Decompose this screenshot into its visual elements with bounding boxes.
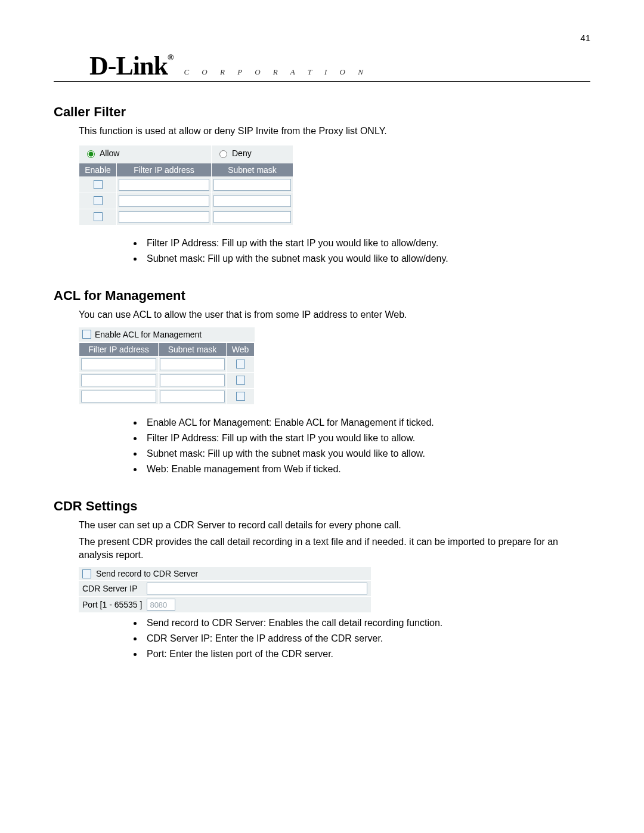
col-subnet-mask: Subnet mask bbox=[212, 163, 293, 176]
page-header: D-Link® C O R P O R A T I O N bbox=[54, 51, 590, 82]
cdr-intro-2: The present CDR provides the call detail… bbox=[79, 535, 590, 561]
filter-ip-input[interactable] bbox=[81, 358, 157, 370]
brand-logo: D-Link® bbox=[89, 51, 173, 81]
cdr-heading: CDR Settings bbox=[54, 498, 590, 514]
subnet-mask-input[interactable] bbox=[213, 195, 292, 207]
header-rule bbox=[54, 81, 590, 82]
caller-filter-bullets: Filter IP Address: Fill up with the star… bbox=[119, 236, 590, 265]
filter-ip-input[interactable] bbox=[119, 211, 209, 223]
subnet-mask-input[interactable] bbox=[213, 179, 292, 191]
cdr-bullets: Send record to CDR Server: Enables the c… bbox=[119, 616, 590, 661]
col-web: Web bbox=[227, 342, 255, 356]
page-number: 41 bbox=[580, 33, 590, 43]
filter-ip-input[interactable] bbox=[81, 391, 157, 402]
list-item: Send record to CDR Server: Enables the c… bbox=[143, 616, 590, 630]
send-cdr-label: Send record to CDR Server bbox=[96, 569, 198, 578]
cdr-ip-label: CDR Server IP bbox=[82, 584, 142, 593]
col-filter-ip: Filter IP address bbox=[117, 163, 212, 176]
subnet-mask-input[interactable] bbox=[160, 374, 224, 386]
table-row bbox=[79, 193, 293, 209]
caller-filter-table: Allow Deny Enable Filter IP address Subn… bbox=[79, 145, 293, 225]
list-item: Filter IP Address: Fill up with the star… bbox=[143, 431, 590, 445]
filter-ip-input[interactable] bbox=[81, 374, 157, 386]
web-checkbox[interactable] bbox=[236, 360, 245, 368]
col-enable: Enable bbox=[79, 163, 117, 176]
enable-acl-label: Enable ACL for Management bbox=[95, 330, 202, 339]
acl-heading: ACL for Management bbox=[54, 288, 590, 304]
list-item: Web: Enable management from Web if ticke… bbox=[143, 462, 590, 476]
list-item: Subnet mask: Fill up with the subnet mas… bbox=[143, 252, 590, 265]
enable-checkbox[interactable] bbox=[94, 196, 103, 205]
cdr-intro-1: The user can set up a CDR Server to reco… bbox=[79, 519, 590, 532]
list-item: Port: Enter the listen port of the CDR s… bbox=[143, 647, 590, 661]
table-row bbox=[79, 372, 255, 388]
cdr-port-input[interactable] bbox=[147, 599, 175, 611]
table-row bbox=[79, 388, 255, 404]
enable-acl-checkbox[interactable] bbox=[82, 330, 91, 339]
web-checkbox[interactable] bbox=[236, 392, 245, 401]
cdr-settings-block: Send record to CDR Server CDR Server IP … bbox=[79, 567, 371, 612]
table-row bbox=[79, 176, 293, 193]
deny-radio-label[interactable]: Deny bbox=[216, 148, 252, 158]
caller-filter-intro: This function is used at allow or deny S… bbox=[79, 125, 590, 138]
deny-radio[interactable] bbox=[219, 150, 227, 158]
cdr-port-label: Port [1 - 65535 ] bbox=[82, 600, 142, 609]
brand-tagline: C O R P O R A T I O N bbox=[184, 67, 368, 77]
col-subnet-mask: Subnet mask bbox=[159, 342, 227, 356]
caller-filter-heading: Caller Filter bbox=[54, 104, 590, 120]
subnet-mask-input[interactable] bbox=[213, 211, 292, 223]
col-filter-ip: Filter IP address bbox=[79, 342, 159, 356]
cdr-ip-input[interactable] bbox=[147, 583, 367, 594]
table-row bbox=[79, 209, 293, 225]
enable-checkbox[interactable] bbox=[94, 180, 103, 189]
acl-intro: You can use ACL to allow the user that i… bbox=[79, 308, 590, 321]
web-checkbox[interactable] bbox=[236, 376, 245, 385]
subnet-mask-input[interactable] bbox=[160, 358, 224, 370]
send-cdr-checkbox[interactable] bbox=[82, 569, 91, 578]
allow-radio-label[interactable]: Allow bbox=[84, 148, 119, 158]
acl-bullets: Enable ACL for Management: Enable ACL fo… bbox=[119, 416, 590, 476]
list-item: Subnet mask: Fill up with the subnet mas… bbox=[143, 447, 590, 460]
filter-ip-input[interactable] bbox=[119, 195, 209, 207]
list-item: CDR Server IP: Enter the IP address of t… bbox=[143, 631, 590, 645]
table-row bbox=[79, 356, 255, 372]
list-item: Filter IP Address: Fill up with the star… bbox=[143, 236, 590, 250]
subnet-mask-input[interactable] bbox=[160, 391, 224, 402]
acl-table-wrap: Enable ACL for Management Filter IP addr… bbox=[79, 327, 255, 405]
enable-checkbox[interactable] bbox=[94, 212, 103, 221]
list-item: Enable ACL for Management: Enable ACL fo… bbox=[143, 416, 590, 429]
allow-radio[interactable] bbox=[87, 150, 95, 158]
filter-ip-input[interactable] bbox=[119, 179, 209, 191]
